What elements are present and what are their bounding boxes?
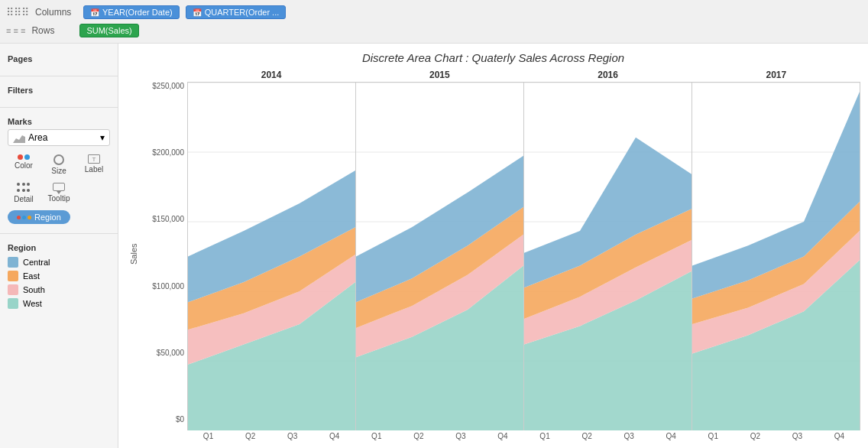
filters-label: Filters bbox=[8, 86, 110, 95]
rows-drag-icon: ≡ ≡ ≡ bbox=[6, 26, 25, 35]
year-label-2015: 2015 bbox=[355, 68, 523, 82]
q-2016-q3: Q3 bbox=[608, 432, 650, 440]
legend-label-west: West bbox=[23, 299, 42, 308]
quarter-labels-row: Q1 Q2 Q3 Q4 Q1 Q2 Q3 Q4 Q1 Q2 Q3 Q4 bbox=[187, 432, 860, 440]
y-ticks-column: $250,000 $200,000 $150,000 $100,000 $50,… bbox=[141, 68, 187, 440]
q-2014-q1: Q1 bbox=[187, 432, 229, 440]
y-tick-200k: $200,000 bbox=[152, 148, 184, 157]
chart-panels-row bbox=[187, 82, 860, 430]
pages-section: Pages bbox=[0, 50, 118, 71]
legend-label-east: East bbox=[23, 271, 40, 281]
q-2017-q4: Q4 bbox=[818, 432, 860, 440]
chart-title: Discrete Area Chart : Quaterly Sales Acr… bbox=[118, 44, 868, 68]
chart-container: Sales $250,000 $200,000 $150,000 $100,00… bbox=[118, 68, 868, 448]
q-2015-q3: Q3 bbox=[439, 432, 481, 440]
panels-column: 2014 2015 2016 2017 bbox=[187, 68, 860, 440]
y-tick-150k: $150,000 bbox=[152, 215, 184, 223]
sales-pill[interactable]: SUM(Sales) bbox=[79, 24, 138, 37]
region-dot-icon bbox=[17, 216, 31, 219]
chart-svg-2015 bbox=[356, 83, 523, 430]
panel-2014 bbox=[187, 83, 356, 430]
chart-svg-2017 bbox=[692, 83, 860, 430]
columns-drag-icon: ⠿⠿⠿ bbox=[6, 6, 29, 18]
calendar-icon: 📅 bbox=[90, 8, 99, 17]
q-2014-q4: Q4 bbox=[313, 432, 355, 440]
charts-with-yaxis: $250,000 $200,000 $150,000 $100,000 $50,… bbox=[141, 68, 860, 440]
legend-label-central: Central bbox=[23, 258, 50, 267]
marks-type-dropdown[interactable]: Area ▾ bbox=[8, 129, 110, 146]
legend-label-south: South bbox=[23, 285, 45, 294]
dropdown-chevron: ▾ bbox=[100, 132, 105, 143]
west-color-swatch bbox=[8, 298, 18, 309]
detail-mark-btn[interactable]: Detail bbox=[8, 180, 40, 206]
q-2017-q1: Q1 bbox=[692, 432, 734, 440]
q-2017-q2: Q2 bbox=[734, 432, 776, 440]
q-2014-q3: Q3 bbox=[271, 432, 313, 440]
year-labels-row: 2014 2015 2016 2017 bbox=[187, 68, 860, 82]
rows-label: Rows bbox=[31, 25, 73, 36]
label-mark-btn[interactable]: T Label bbox=[78, 152, 110, 177]
divider3 bbox=[0, 233, 118, 234]
panel-2015 bbox=[356, 83, 524, 430]
q-2015-q1: Q1 bbox=[355, 432, 397, 440]
legend-item-south: South bbox=[8, 284, 110, 295]
y-tick-50k: $50,000 bbox=[157, 349, 184, 357]
legend-item-east: East bbox=[8, 271, 110, 281]
year-label-2014: 2014 bbox=[187, 68, 355, 82]
area-chart-icon bbox=[13, 132, 25, 143]
divider1 bbox=[0, 76, 118, 76]
chart-area: Discrete Area Chart : Quaterly Sales Acr… bbox=[118, 44, 868, 448]
panel-2016 bbox=[524, 83, 692, 430]
legend-item-central: Central bbox=[8, 257, 110, 268]
y-tick-100k: $100,000 bbox=[152, 282, 184, 291]
tooltip-mark-btn[interactable]: Tooltip bbox=[43, 180, 75, 206]
divider2 bbox=[0, 107, 118, 108]
chart-svg-2016 bbox=[524, 83, 691, 430]
q-2016-q1: Q1 bbox=[524, 432, 566, 440]
marks-icons-grid: Color Size T Label bbox=[8, 152, 110, 206]
legend-item-west: West bbox=[8, 298, 110, 309]
size-mark-btn[interactable]: Size bbox=[43, 152, 75, 177]
q-2016-q2: Q2 bbox=[566, 432, 608, 440]
svg-marker-0 bbox=[13, 135, 25, 143]
q-2015-q4: Q4 bbox=[481, 432, 523, 440]
pages-label: Pages bbox=[8, 54, 110, 63]
year-label-2017: 2017 bbox=[692, 68, 860, 82]
legend-section: Region Central East South West bbox=[0, 239, 118, 442]
filters-section: Filters bbox=[0, 81, 118, 102]
marks-type-label: Area bbox=[28, 132, 47, 143]
columns-label: Columns bbox=[35, 7, 77, 18]
legend-title: Region bbox=[8, 243, 110, 252]
q-2014-q2: Q2 bbox=[229, 432, 271, 440]
q-2016-q4: Q4 bbox=[650, 432, 692, 440]
top-bar: ⠿⠿⠿ Columns 📅 YEAR(Order Date) 📅 QUARTER… bbox=[0, 0, 868, 44]
marks-section: Marks Area ▾ Color bbox=[0, 112, 118, 229]
calendar-icon2: 📅 bbox=[193, 8, 202, 17]
chart-svg-2014 bbox=[188, 83, 355, 430]
central-color-swatch bbox=[8, 257, 18, 268]
y-tick-250k: $250,000 bbox=[152, 82, 184, 90]
q-2015-q2: Q2 bbox=[397, 432, 439, 440]
sidebar: Pages Filters Marks Area ▾ bbox=[0, 44, 118, 448]
south-color-swatch bbox=[8, 284, 18, 295]
region-button[interactable]: Region bbox=[8, 210, 70, 224]
main-layout: Pages Filters Marks Area ▾ bbox=[0, 44, 868, 448]
east-color-swatch bbox=[8, 271, 18, 281]
y-tick-0: $0 bbox=[176, 415, 184, 424]
y-axis-label: Sales bbox=[126, 68, 141, 440]
q-2017-q3: Q3 bbox=[776, 432, 818, 440]
year-pill[interactable]: 📅 YEAR(Order Date) bbox=[83, 5, 180, 19]
quarter-pill[interactable]: 📅 QUARTER(Order ... bbox=[186, 5, 287, 19]
year-label-2016: 2016 bbox=[524, 68, 692, 82]
marks-label: Marks bbox=[8, 117, 110, 126]
color-mark-btn[interactable]: Color bbox=[8, 152, 40, 177]
panel-2017 bbox=[692, 83, 860, 430]
